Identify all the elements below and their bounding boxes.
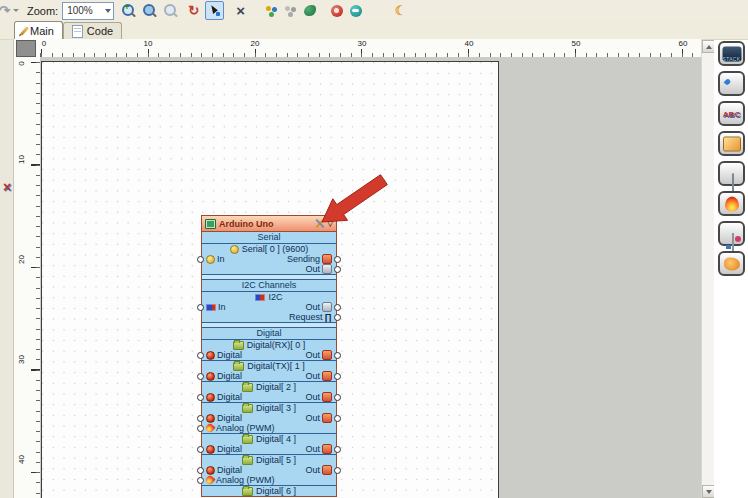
toolbox-fire-button[interactable]: [718, 191, 745, 216]
delete-button[interactable]: [233, 3, 248, 18]
pin-label: Digital: [217, 371, 242, 381]
hruler-label: 10: [144, 39, 153, 48]
components-button[interactable]: [264, 3, 279, 18]
folder-icon: [242, 383, 253, 392]
channel-header-digital3: Digital[ 3 ]: [202, 402, 336, 413]
components-icon: [265, 4, 278, 17]
refresh-button[interactable]: [186, 3, 201, 18]
delete-icon: [236, 2, 245, 19]
channel-label: Digital[ 2 ]: [256, 382, 296, 392]
out-icon: [322, 371, 332, 381]
toolbox-abc-button[interactable]: ABC: [718, 101, 745, 126]
chip-icon: [205, 219, 216, 229]
channel-header-digital0: Digital(RX)[ 0 ]: [202, 340, 336, 350]
left-panel-strip: [0, 40, 14, 498]
output-pin[interactable]: [334, 352, 341, 359]
output-pin[interactable]: [334, 394, 341, 401]
lamp-icon: [206, 255, 215, 264]
input-pin[interactable]: [197, 467, 204, 474]
toolbar-overflow-icon[interactable]: [13, 9, 19, 12]
teal-badge-button[interactable]: [348, 3, 363, 18]
out-icon: [322, 444, 332, 454]
channel-label: Digital[ 6 ]: [256, 486, 296, 496]
channel-label: Digital[ 3 ]: [256, 403, 296, 413]
pulse-icon: [325, 312, 332, 322]
vruler-label: 30: [17, 354, 26, 366]
wire-select-tool-button[interactable]: [205, 1, 224, 20]
vruler-label: 40: [17, 454, 26, 466]
input-pin[interactable]: [197, 304, 204, 311]
pin-row: Digital Out: [202, 350, 336, 360]
toolbox-hand-button[interactable]: [718, 251, 745, 276]
zoom-value: 100%: [67, 5, 93, 16]
folder-icon: [233, 362, 244, 371]
components-disabled-icon: [284, 4, 297, 17]
folder-icon: [242, 435, 253, 444]
pin-label: Out: [305, 413, 320, 423]
red-badge-icon: [331, 5, 343, 17]
toolbox-image-button[interactable]: [718, 221, 745, 246]
zoom-fit-button[interactable]: [164, 4, 177, 17]
input-pin[interactable]: [197, 373, 204, 380]
zoom-out-button[interactable]: [143, 4, 156, 17]
output-pin[interactable]: [334, 304, 341, 311]
arduino-uno-component[interactable]: Arduino Uno Serial Serial[ 0 ] (9600) In…: [201, 215, 337, 497]
channel-header-serial0: Serial[ 0 ] (9600): [202, 244, 336, 254]
stack-icon-label: STACK: [723, 55, 741, 61]
pin-label: Out: [305, 350, 320, 360]
toolbox-faucet-button[interactable]: [718, 71, 745, 96]
red-badge-button[interactable]: [329, 3, 344, 18]
i2c-icon: [206, 304, 216, 311]
tab-code[interactable]: Code: [63, 22, 122, 39]
chevron-down-icon: [105, 9, 111, 13]
input-pin[interactable]: [197, 446, 204, 453]
tab-main[interactable]: Main: [14, 21, 63, 39]
toolbox-package-button[interactable]: [718, 131, 745, 156]
output-pin[interactable]: [334, 314, 341, 321]
pin-label: Analog (PWM): [216, 423, 275, 433]
digital-icon: [206, 393, 215, 402]
zoom-in-button[interactable]: [122, 4, 135, 17]
toolbox-stack-button[interactable]: STACK: [718, 41, 745, 66]
input-pin[interactable]: [197, 352, 204, 359]
input-pin[interactable]: [197, 415, 204, 422]
input-pin[interactable]: [197, 256, 204, 263]
display-icon: [732, 173, 734, 192]
design-canvas[interactable]: Arduino Uno Serial Serial[ 0 ] (9600) In…: [40, 57, 701, 498]
left-delete-x-icon[interactable]: [1, 180, 13, 194]
digital-icon: [206, 372, 215, 381]
zoom-select[interactable]: 100%: [62, 2, 114, 20]
i2c-icon: [255, 294, 265, 301]
vertical-scrollbar[interactable]: [701, 40, 715, 498]
output-pin[interactable]: [334, 256, 341, 263]
channel-label: Serial[ 0 ] (9600): [242, 244, 309, 254]
right-toolbox-panel: STACK ABC: [714, 40, 748, 498]
channel-header-digital2: Digital[ 2 ]: [202, 381, 336, 392]
pin-row: In Sending: [202, 254, 336, 264]
output-pin[interactable]: [334, 467, 341, 474]
redo-icon[interactable]: [0, 3, 12, 18]
output-pin[interactable]: [334, 446, 341, 453]
pin-label: Out: [305, 371, 320, 381]
moon-button[interactable]: [393, 3, 408, 18]
stack-icon: STACK: [722, 46, 741, 61]
input-pin[interactable]: [197, 394, 204, 401]
out-icon: [322, 392, 332, 402]
toolbox-display-button[interactable]: [718, 161, 745, 186]
section-header-digital: Digital: [202, 328, 336, 340]
leaf-button[interactable]: [302, 3, 317, 18]
fire-icon: [725, 196, 739, 211]
components-disabled-button[interactable]: [283, 3, 298, 18]
output-pin[interactable]: [334, 373, 341, 380]
input-pin[interactable]: [197, 425, 204, 432]
pin-label: Out: [305, 302, 320, 312]
out-icon: [322, 350, 332, 360]
output-pin[interactable]: [334, 266, 341, 273]
input-pin[interactable]: [197, 477, 204, 484]
pin-label: Digital: [217, 465, 242, 475]
folder-icon: [242, 404, 253, 413]
output-pin[interactable]: [334, 415, 341, 422]
digital-icon: [206, 466, 215, 475]
pin-label: In: [218, 302, 226, 312]
channel-label: Digital(RX)[ 0 ]: [247, 340, 306, 350]
